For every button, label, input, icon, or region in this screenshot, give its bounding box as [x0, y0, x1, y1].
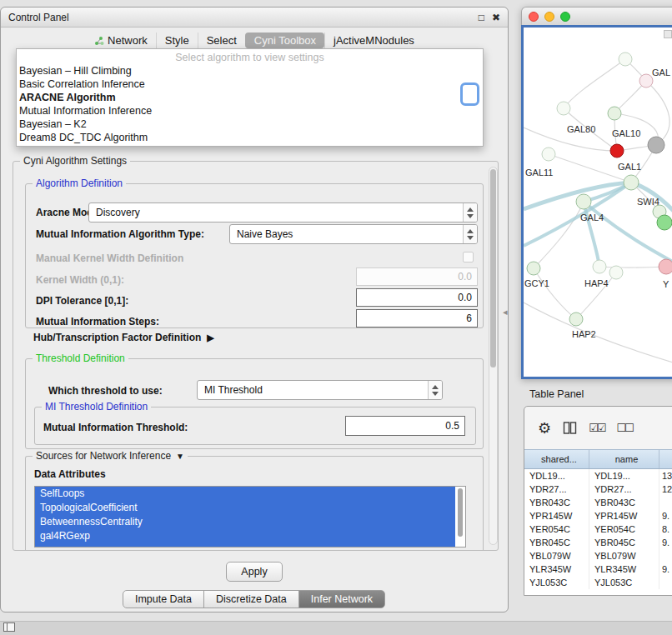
network-node-gal10[interactable] [610, 144, 624, 158]
table-row[interactable]: YLR345WYLR345W9. [524, 562, 672, 576]
attribute-item[interactable]: SelfLoops [35, 487, 455, 501]
selected-value: Discovery [89, 207, 463, 218]
tab-impute-data[interactable]: Impute Data [123, 590, 204, 608]
table-row[interactable]: YPR145WYPR145W9. [524, 509, 672, 522]
network-node-hap2[interactable] [569, 312, 583, 326]
table-toolbar: ⚙ ☑☑ ☐☐ [524, 407, 672, 449]
column-header-name[interactable]: name [589, 450, 659, 468]
tab-network[interactable]: Network [86, 32, 156, 48]
sources-toggle[interactable]: Sources for Network Inference ▼ [33, 450, 188, 462]
group-title: Cyni Algorithm Settings [20, 155, 130, 167]
selected-value: MI Threshold [198, 384, 428, 396]
scrollbar-thumb[interactable] [458, 488, 463, 537]
dropdown-item[interactable]: Dream8 DC_TDC Algorithm [17, 131, 483, 144]
manual-kernel-width-checkbox [463, 252, 474, 262]
desktop: Control Panel □ ✖ Network Style [0, 0, 672, 635]
attribute-item[interactable]: BetweennessCentrality [35, 515, 455, 529]
select-all-rows-icon[interactable]: ☑☑ [589, 422, 604, 433]
dropdown-item[interactable]: Basic Correlation Inference [17, 78, 483, 91]
mi-steps-field[interactable]: 6 [356, 309, 478, 328]
which-threshold-select[interactable]: MI Threshold [197, 380, 443, 400]
network-node[interactable] [608, 107, 621, 120]
tab-infer-network[interactable]: Infer Network [298, 590, 385, 608]
focused-stepper-button[interactable] [460, 82, 479, 106]
table-row[interactable]: YER054CYER054C8. [524, 522, 672, 536]
network-node[interactable] [657, 215, 672, 230]
table-row[interactable]: YBR043CYBR043C [524, 496, 672, 509]
network-canvas[interactable]: GAL GAL80 GAL10 GAL11 GAL1 SWI4 GAL4 GCY… [521, 25, 672, 379]
tab-label: Select [207, 34, 237, 47]
mi-algorithm-type-label: Mutual Information Algorithm Type: [36, 228, 204, 240]
node-label: HAP4 [584, 278, 609, 288]
gear-icon[interactable]: ⚙ [538, 421, 551, 436]
deselect-all-rows-icon[interactable]: ☐☐ [616, 422, 632, 433]
combo-stepper-icon [428, 381, 442, 399]
settings-scrollbar[interactable] [489, 167, 498, 545]
table-row[interactable]: YDR27...YDR27...12 [524, 482, 672, 496]
tab-jactivemnodules[interactable]: jActiveMNodules [324, 32, 423, 48]
attribute-item[interactable] [35, 543, 455, 548]
column-header-shared-name[interactable]: shared... [524, 450, 589, 468]
table-row[interactable]: YDL19...YDL19...13 [524, 469, 672, 482]
column-header-extra[interactable] [659, 450, 672, 468]
tab-select[interactable]: Select [198, 32, 245, 48]
table-row[interactable]: YBR045CYBR045C9. [524, 536, 672, 549]
selected-value: Naive Bayes [230, 228, 463, 240]
aracne-mode-select[interactable]: Discovery [88, 202, 478, 222]
network-node[interactable] [648, 137, 664, 153]
hub-tf-definition-toggle[interactable]: Hub/Transcription Factor Definition ▶ [33, 332, 214, 343]
node-label: HAP2 [572, 329, 596, 339]
control-panel-window: Control Panel □ ✖ Network Style [0, 7, 509, 612]
close-traffic-light-icon[interactable] [529, 12, 539, 22]
minimize-traffic-light-icon[interactable] [544, 12, 554, 22]
node-label: GAL4 [580, 212, 604, 222]
dropdown-item[interactable]: Bayesian – K2 [17, 118, 483, 131]
attribute-item[interactable]: TopologicalCoefficient [35, 501, 455, 515]
splitter-collapse-icon[interactable]: ◂ [503, 307, 508, 318]
network-node-gal4[interactable] [576, 194, 591, 209]
table-row[interactable]: YBL079WYBL079W [524, 549, 672, 562]
attribute-item[interactable]: gal4RGexp [35, 529, 455, 543]
network-node[interactable] [609, 266, 623, 279]
network-node-gcy1[interactable] [527, 262, 540, 275]
dropdown-item[interactable]: Mutual Information Inference [17, 104, 483, 118]
network-node-gal80[interactable] [557, 102, 570, 115]
network-node-gal11[interactable] [542, 148, 555, 161]
data-attributes-list: SelfLoops TopologicalCoefficient Between… [34, 486, 466, 548]
network-node-hap4[interactable] [593, 260, 606, 273]
kernel-width-field: 0.0 [356, 268, 478, 286]
sources-group: Sources for Network Inference ▼ Data Att… [25, 456, 484, 551]
dropdown-item[interactable]: Bayesian – Hill Climbing [17, 64, 483, 78]
mi-threshold-field[interactable]: 0.5 [345, 416, 465, 436]
mi-algorithm-type-select[interactable]: Naive Bayes [229, 224, 478, 244]
node-label: GCY1 [524, 278, 549, 288]
network-node[interactable] [639, 74, 653, 88]
mi-threshold-label: Mutual Information Threshold: [43, 422, 188, 433]
close-window-icon[interactable]: ✖ [492, 12, 500, 23]
apply-button[interactable]: Apply [226, 562, 283, 582]
dropdown-item[interactable]: ARACNE Algorithm [17, 91, 483, 104]
tab-cyni-toolbox[interactable]: Cyni Toolbox [245, 32, 324, 48]
table-row[interactable]: YJL053CYJL053C [524, 576, 672, 589]
threshold-definition-group: Threshold Definition Which threshold to … [25, 358, 484, 449]
list-scrollbar[interactable] [457, 488, 464, 545]
dpi-tolerance-field[interactable]: 0.0 [356, 288, 478, 307]
sources-title: Sources for Network Inference [36, 450, 171, 462]
node-label: GAL10 [612, 128, 640, 138]
expand-down-icon: ▼ [176, 452, 184, 461]
algorithm-dropdown-popup: Select algorithm to view settings Bayesi… [16, 48, 484, 147]
network-node[interactable] [659, 259, 672, 274]
manual-kernel-width-label: Manual Kernel Width Definition [36, 252, 183, 264]
zoom-traffic-light-icon[interactable] [560, 12, 570, 22]
columns-icon[interactable] [563, 421, 577, 435]
mi-threshold-definition-group: MI Threshold Definition Mutual Informati… [34, 407, 476, 445]
tab-discretize-data[interactable]: Discretize Data [203, 590, 299, 608]
docked-panel-icon[interactable] [3, 622, 15, 632]
scroll-corner [664, 30, 672, 38]
scrollbar-thumb[interactable] [490, 169, 496, 368]
tab-style[interactable]: Style [156, 32, 198, 48]
float-window-icon[interactable]: □ [479, 12, 484, 23]
network-node[interactable] [619, 52, 632, 66]
data-attributes-label: Data Attributes [34, 468, 106, 480]
network-node-gal1[interactable] [624, 175, 639, 190]
